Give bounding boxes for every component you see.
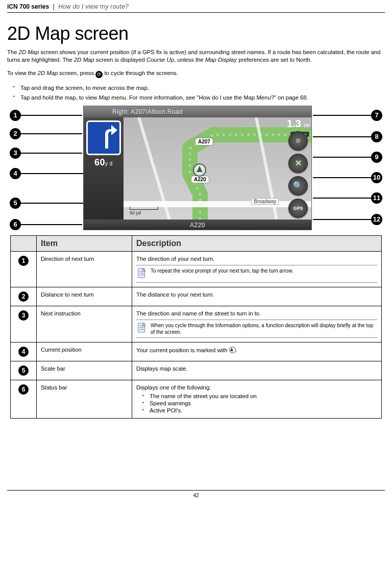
turn-distance: 60y d bbox=[84, 157, 124, 168]
list-view-button[interactable]: ≡ bbox=[288, 131, 308, 151]
table-header-description: Description bbox=[132, 236, 382, 252]
breadcrumb-sep: | bbox=[53, 3, 54, 10]
street-label: Broadway bbox=[251, 198, 279, 205]
row-item-cell: Direction of next turn bbox=[37, 252, 132, 287]
row-number-cell: 5 bbox=[11, 361, 37, 380]
map-canvas[interactable]: A207 A220 Broadway 50 yd 1.3 mi DTG ▸ bbox=[124, 117, 311, 219]
row-desc-cell: The direction of your next turn.To repea… bbox=[132, 252, 382, 287]
turn-panel: 60y d bbox=[84, 117, 125, 219]
position-glyph-icon bbox=[229, 347, 236, 353]
table-row: 2Distance to next turnThe distance to yo… bbox=[11, 287, 382, 306]
side-buttons: ≡ ✕ 🔍 GPS bbox=[285, 117, 311, 219]
desc-text: The direction and name of the street to … bbox=[136, 310, 377, 316]
row-item-cell: Status bar bbox=[37, 380, 132, 419]
tips-list: Tap and drag the screen, to move across … bbox=[7, 83, 385, 103]
number-badge: 3 bbox=[18, 310, 29, 321]
callout-10: 10 bbox=[313, 172, 382, 183]
road-shield: A207 bbox=[195, 138, 213, 145]
number-badge: 6 bbox=[18, 384, 29, 395]
status-bar: A220 bbox=[84, 219, 311, 230]
note-text: To repeat the voice prompt of your next … bbox=[151, 267, 293, 274]
desc-text: Displays one of the following: bbox=[136, 384, 377, 390]
desc-text: Your current position is marked with . bbox=[136, 347, 377, 353]
turn-direction-icon[interactable] bbox=[86, 120, 121, 155]
list-item: Speed warnings bbox=[136, 400, 377, 407]
current-position-marker bbox=[193, 163, 206, 177]
list-item: Tap and hold the map, to view Map menu. … bbox=[7, 93, 385, 103]
list-item: Tap and drag the screen, to move across … bbox=[7, 83, 385, 93]
road-shield: A220 bbox=[191, 176, 209, 183]
table-row: 6Status barDisplays one of the following… bbox=[11, 380, 382, 419]
callout-8: 8 bbox=[313, 131, 382, 142]
page-footer: 42 bbox=[7, 490, 385, 498]
table-header-item: Item bbox=[37, 236, 132, 252]
scale-bar: 50 yd bbox=[130, 207, 158, 215]
callout-3: 3 bbox=[10, 148, 82, 159]
row-number-cell: 1 bbox=[11, 252, 37, 287]
row-desc-cell: Displays map scale. bbox=[132, 361, 382, 380]
row-desc-cell: The distance to your next turn. bbox=[132, 287, 382, 306]
desc-text: Displays map scale. bbox=[136, 365, 377, 372]
next-instruction-bar: Right: A207/Albion.Road bbox=[84, 106, 311, 117]
callout-12: 12 bbox=[313, 214, 382, 225]
gps-button[interactable]: GPS bbox=[288, 199, 308, 218]
cycle-icon: ⟳ bbox=[95, 71, 103, 78]
callout-5: 5 bbox=[10, 198, 87, 209]
callout-7: 7 bbox=[313, 110, 382, 121]
note-text: When you cycle through the Information o… bbox=[151, 322, 377, 335]
desc-text: The distance to your next turn. bbox=[136, 291, 377, 298]
series-name: iCN 700 series bbox=[7, 3, 49, 10]
callout-1: 1 bbox=[10, 110, 82, 121]
zoom-button[interactable]: 🔍 bbox=[288, 176, 308, 196]
table-row: 4Current positionYour current position i… bbox=[11, 343, 382, 361]
list-item: Active POI's. bbox=[136, 407, 377, 414]
row-number-cell: 4 bbox=[11, 343, 37, 361]
sub-list: The name of the street you are located o… bbox=[136, 393, 377, 414]
row-item-cell: Scale bar bbox=[37, 361, 132, 380]
to-view-line: To view the 2D Map screen, press ⟳ to cy… bbox=[7, 69, 385, 78]
breadcrumb: How do I view my route? bbox=[58, 3, 129, 10]
number-badge: 2 bbox=[18, 291, 29, 302]
note: When you cycle through the Information o… bbox=[136, 320, 377, 338]
row-number-cell: 3 bbox=[11, 306, 37, 343]
callout-6: 6 bbox=[10, 219, 82, 230]
note-icon bbox=[136, 267, 148, 280]
row-desc-cell: The direction and name of the street to … bbox=[132, 306, 382, 343]
number-badge: 1 bbox=[18, 256, 29, 266]
page-number: 42 bbox=[193, 493, 199, 498]
desc-text: The direction of your next turn. bbox=[136, 256, 377, 262]
row-item-cell: Distance to next turn bbox=[37, 287, 132, 306]
row-item-cell: Current position bbox=[37, 343, 132, 361]
table-row: 3Next instructionThe direction and name … bbox=[11, 306, 382, 343]
table-row: 1Direction of next turnThe direction of … bbox=[11, 252, 382, 287]
callout-11: 11 bbox=[313, 192, 382, 204]
number-badge: 5 bbox=[18, 365, 29, 376]
page-header: iCN 700 series | How do I view my route? bbox=[7, 3, 385, 13]
callout-9: 9 bbox=[313, 152, 382, 163]
table-row: 5Scale barDisplays map scale. bbox=[11, 361, 382, 380]
intro-paragraph: The 2D Map screen shows your current pos… bbox=[7, 48, 385, 64]
device-screenshot: Right: A207/Albion.Road 60y d bbox=[83, 106, 312, 230]
map-figure: 1 2 3 4 5 6 7 8 9 10 11 bbox=[10, 106, 382, 230]
callout-2: 2 bbox=[10, 128, 82, 139]
number-badge: 4 bbox=[18, 347, 29, 357]
close-button[interactable]: ✕ bbox=[288, 154, 308, 173]
page-title: 2D Map screen bbox=[7, 23, 385, 44]
legend-table: Item Description 1Direction of next turn… bbox=[10, 235, 382, 419]
note-icon bbox=[136, 322, 148, 335]
note: To repeat the voice prompt of your next … bbox=[136, 265, 377, 283]
row-item-cell: Next instruction bbox=[37, 306, 132, 343]
row-desc-cell: Your current position is marked with . bbox=[132, 343, 382, 361]
row-number-cell: 2 bbox=[11, 287, 37, 306]
table-header-blank bbox=[11, 236, 37, 252]
row-desc-cell: Displays one of the following:The name o… bbox=[132, 380, 382, 419]
row-number-cell: 6 bbox=[11, 380, 37, 419]
list-item: The name of the street you are located o… bbox=[136, 393, 377, 400]
